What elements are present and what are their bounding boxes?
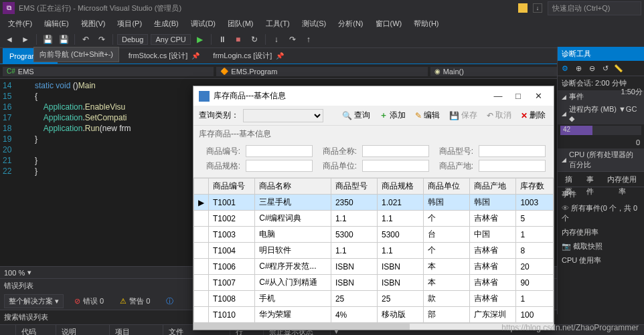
diag-ruler-icon[interactable]: 📏	[613, 62, 625, 74]
platform-dropdown[interactable]: Any CPU	[151, 34, 190, 45]
table-cell: ISBN	[331, 275, 377, 291]
tab-frmstock-design[interactable]: frmStock.cs [设计]📌	[122, 48, 207, 64]
menu-view[interactable]: 视图(V)	[76, 17, 111, 30]
diag-memory-chart: 42	[560, 126, 641, 135]
maximize-button[interactable]: □	[508, 91, 528, 101]
error-col-proj[interactable]: 项目	[110, 325, 163, 335]
menu-file[interactable]: 文件(F)	[3, 17, 37, 30]
nav-project[interactable]: C#EMS	[3, 67, 214, 76]
table-row[interactable]: T1002C#编程词典1.11.1个吉林省5	[194, 211, 554, 227]
delete-button[interactable]: ✕删除	[518, 108, 548, 122]
diag-all-events[interactable]: 👁 所有事件(0 个，共 0 个	[558, 201, 644, 225]
menu-build[interactable]: 生成(B)	[149, 17, 184, 30]
menu-project[interactable]: 项目(P)	[112, 17, 147, 30]
quick-launch-input[interactable]: 快速启动 (Ctrl+Q)	[548, 1, 641, 15]
table-cell: T1002	[209, 211, 255, 227]
menu-window[interactable]: 窗口(W)	[370, 17, 408, 30]
step-into-icon[interactable]: ↓	[270, 33, 283, 46]
table-row[interactable]: T1004明日软件1.11.1个吉林省8	[194, 243, 554, 259]
save-icon[interactable]: 💾	[41, 33, 54, 46]
pin-icon[interactable]: 📌	[191, 52, 199, 60]
error-col-desc[interactable]: 说明	[56, 325, 110, 335]
table-cell: 100	[516, 307, 554, 323]
config-dropdown[interactable]: Debug	[117, 34, 148, 45]
step-out-icon[interactable]: ↑	[302, 33, 315, 46]
field-origin-input[interactable]	[479, 160, 546, 172]
menu-test[interactable]: 测试(S)	[297, 17, 332, 30]
cancel-button[interactable]: ↶取消	[484, 108, 514, 122]
add-button[interactable]: ＋添加	[377, 108, 408, 122]
table-cell: 吉林省	[470, 259, 516, 275]
menu-debug[interactable]: 调试(D)	[185, 17, 221, 30]
table-header[interactable]: 商品名称	[255, 179, 331, 195]
nav-fwd-icon[interactable]: ►	[19, 33, 32, 46]
menu-analyze[interactable]: 分析(N)	[333, 17, 368, 30]
table-header[interactable]: 商品单位	[424, 179, 470, 195]
diag-zoom-out-icon[interactable]: ⊖	[586, 62, 598, 74]
pause-icon[interactable]: ⏸	[216, 33, 229, 46]
zoom-dropdown[interactable]: 100 % ▾	[4, 268, 31, 277]
table-row[interactable]: ▶T1001三星手机23501.021韩国韩国1003	[194, 195, 554, 211]
restart-icon[interactable]: ↻	[248, 33, 261, 46]
notification-flag-icon[interactable]	[518, 3, 528, 13]
field-spec-input[interactable]	[246, 160, 313, 172]
pin-icon[interactable]: 📌	[276, 52, 284, 60]
error-count-badge[interactable]: ⊘错误 0	[69, 295, 109, 308]
minimize-button[interactable]: —	[488, 91, 508, 101]
diag-zoom-in-icon[interactable]: ⊕	[572, 62, 584, 74]
table-row[interactable]: T1010华为荣耀4%移动版部广东深圳100	[194, 307, 554, 323]
tab-frmlogin-design[interactable]: frmLogin.cs [设计]📌	[206, 48, 291, 64]
continue-icon[interactable]: ▶	[193, 33, 207, 46]
save-all-icon[interactable]: 💾	[57, 33, 70, 46]
menu-tools[interactable]: 工具(T)	[260, 17, 295, 30]
diag-tab-events[interactable]: 事件	[580, 173, 600, 185]
redo-icon[interactable]: ↷	[95, 33, 108, 46]
diag-snapshot-button[interactable]: 📷 截取快照	[558, 239, 644, 253]
diag-cpu-section[interactable]: ◢CPU (所有处理器的百分比	[558, 148, 644, 171]
error-col-code[interactable]: 代码	[16, 325, 56, 335]
field-model-input[interactable]	[479, 145, 546, 157]
save-button[interactable]: 💾保存	[447, 108, 480, 122]
table-header[interactable]: 库存数	[516, 179, 554, 195]
nav-class[interactable]: 🔶EMS.Program	[216, 67, 427, 76]
undo-icon[interactable]: ↶	[79, 33, 92, 46]
search-button[interactable]: 🔍查询	[339, 108, 373, 122]
feedback-icon[interactable]: ↓	[533, 3, 542, 13]
warning-count-badge[interactable]: ⚠警告 0	[114, 295, 155, 308]
stop-icon[interactable]: ■	[232, 33, 245, 46]
dialog-titlebar[interactable]: 库存商品---基本信息 — □ ✕	[193, 86, 554, 106]
table-cell: 手机	[255, 291, 331, 307]
nav-back-icon[interactable]: ◄	[3, 33, 16, 46]
table-header[interactable]: 商品规格	[378, 179, 424, 195]
diag-memory-section[interactable]: ◢进程内存 (MB) ▼GC ◆	[558, 103, 644, 124]
table-header[interactable]: 商品产地	[470, 179, 516, 195]
field-id-input[interactable]	[246, 145, 313, 157]
menu-help[interactable]: 帮助(H)	[408, 17, 444, 30]
table-row[interactable]: T1008手机2525款吉林省1	[194, 291, 554, 307]
menu-edit[interactable]: 编辑(E)	[39, 17, 74, 30]
close-button[interactable]: ✕	[528, 91, 548, 101]
menu-team[interactable]: 团队(M)	[222, 17, 259, 30]
diag-reset-icon[interactable]: ↺	[599, 62, 611, 74]
table-header[interactable]: 商品编号	[209, 179, 255, 195]
table-row[interactable]: T1003电脑53005300台中国1	[194, 227, 554, 243]
table-cell: ISBN	[378, 259, 424, 275]
edit-button[interactable]: ✎编辑	[412, 108, 442, 122]
info-count-badge[interactable]: ⓘ	[161, 295, 179, 308]
diag-tab-memory[interactable]: 内存使用率	[601, 173, 643, 185]
diag-settings-icon[interactable]: ⚙	[559, 62, 571, 74]
category-select[interactable]	[243, 109, 323, 122]
field-name-input[interactable]	[362, 145, 429, 157]
dialog-hscroll[interactable]	[193, 323, 554, 330]
field-name-label: 商品全称:	[318, 146, 357, 157]
field-unit-input[interactable]	[362, 160, 429, 172]
error-col-icon[interactable]	[0, 325, 16, 335]
table-row[interactable]: T1006C#程序开发范...ISBNISBN本吉林省20	[194, 259, 554, 275]
table-header[interactable]: 商品型号	[331, 179, 377, 195]
diag-tab-summary[interactable]: 摘要	[559, 173, 579, 185]
table-cell: 电脑	[255, 227, 331, 243]
step-over-icon[interactable]: ↷	[286, 33, 299, 46]
error-scope-dropdown[interactable]: 整个解决方案 ▾	[4, 294, 64, 308]
diag-cpu-usage-header: CPU 使用率	[558, 253, 644, 267]
table-row[interactable]: T1007C#从入门到精通ISBNISBN本吉林省90	[194, 275, 554, 291]
